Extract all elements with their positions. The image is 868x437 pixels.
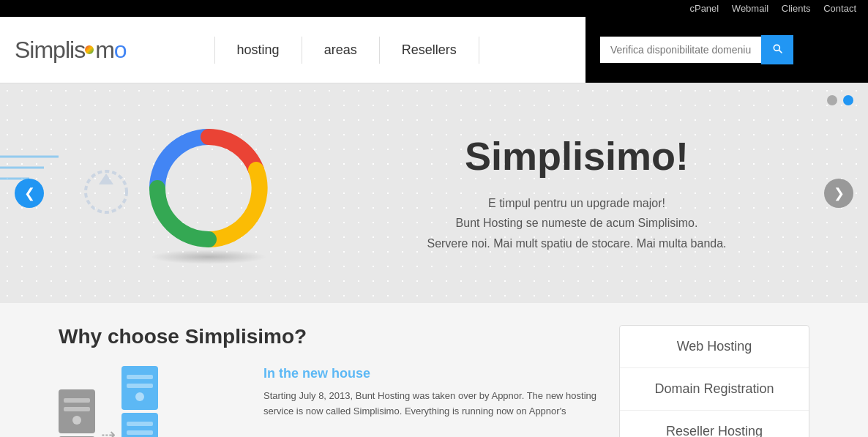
slider-title: Simplisimo! bbox=[344, 133, 809, 179]
feature-body: Starting July 8, 2013, Bunt Hosting was … bbox=[263, 389, 597, 419]
main-content: Why choose Simplisimo? bbox=[0, 303, 868, 437]
server-old-icon bbox=[59, 389, 95, 437]
refresh-icon bbox=[81, 166, 132, 217]
server-circle bbox=[72, 416, 81, 425]
sidebar-item-web-hosting[interactable]: Web Hosting bbox=[620, 326, 809, 368]
sidebar-item-domain-registration[interactable]: Domain Registration bbox=[620, 368, 809, 411]
server-circle bbox=[135, 392, 144, 401]
google-circle-icon bbox=[143, 122, 274, 254]
slider-next-button[interactable]: ❯ bbox=[824, 179, 853, 208]
server-line bbox=[64, 407, 90, 411]
cpanel-link[interactable]: cPanel bbox=[689, 3, 719, 14]
sidebar: Web Hosting Domain Registration Reseller… bbox=[619, 325, 809, 437]
server-line bbox=[64, 398, 90, 403]
slider-line1: E timpul pentru un upgrade major! bbox=[344, 193, 809, 213]
svg-marker-4 bbox=[99, 173, 113, 184]
server-box-1 bbox=[59, 389, 95, 433]
server-line bbox=[127, 430, 153, 435]
server-new-icon bbox=[121, 366, 158, 437]
server-line bbox=[127, 384, 153, 388]
content-left: Why choose Simplisimo? bbox=[59, 325, 597, 437]
search-input[interactable] bbox=[600, 37, 761, 63]
search-button[interactable] bbox=[761, 35, 793, 64]
server-group: ⇢ bbox=[59, 366, 249, 437]
header-right bbox=[585, 17, 868, 83]
contact-link[interactable]: Contact bbox=[823, 3, 856, 14]
search-form bbox=[600, 35, 793, 64]
nav-hosting[interactable]: hosting bbox=[214, 37, 302, 64]
top-bar: cPanel Webmail Clients Contact bbox=[0, 0, 868, 17]
slider-content: Simplisimo! E timpul pentru un upgrade m… bbox=[0, 122, 868, 264]
nav-areas[interactable]: areas bbox=[302, 37, 380, 64]
feature-section: ⇢ bbox=[59, 366, 597, 437]
slider-dots bbox=[827, 95, 853, 105]
logo[interactable]: Simplismo bbox=[15, 37, 127, 64]
header-left: Simplismo hosting areas Resellers bbox=[0, 17, 585, 83]
clients-link[interactable]: Clients bbox=[782, 3, 811, 14]
dot-2[interactable] bbox=[843, 95, 853, 105]
server-box-blue-1 bbox=[121, 366, 158, 410]
section-title: Why choose Simplisimo? bbox=[59, 325, 597, 348]
nav-resellers[interactable]: Resellers bbox=[380, 37, 479, 64]
server-line bbox=[127, 375, 153, 379]
server-box-blue-2 bbox=[121, 413, 158, 437]
webmail-link[interactable]: Webmail bbox=[732, 3, 768, 14]
main-nav: hosting areas Resellers bbox=[214, 37, 479, 64]
slider-text: Simplisimo! E timpul pentru un upgrade m… bbox=[315, 133, 809, 253]
feature-text: In the new house Starting July 8, 2013, … bbox=[263, 366, 597, 419]
slider: ❮ bbox=[0, 83, 868, 303]
slider-prev-button[interactable]: ❮ bbox=[15, 179, 44, 208]
feature-image: ⇢ bbox=[59, 366, 249, 437]
slider-image bbox=[59, 122, 315, 264]
slider-line3: Servere noi. Mai mult spatiu de stocare.… bbox=[344, 234, 809, 253]
sidebar-item-reseller-hosting[interactable]: Reseller Hosting bbox=[620, 411, 809, 437]
slider-line2: Bunt Hosting se numeste de acum Simplisi… bbox=[344, 213, 809, 233]
dot-1[interactable] bbox=[827, 95, 837, 105]
feature-title: In the new house bbox=[263, 366, 597, 381]
header: Simplismo hosting areas Resellers bbox=[0, 17, 868, 83]
migration-arrow: ⇢ bbox=[101, 425, 116, 437]
server-line bbox=[127, 422, 153, 426]
